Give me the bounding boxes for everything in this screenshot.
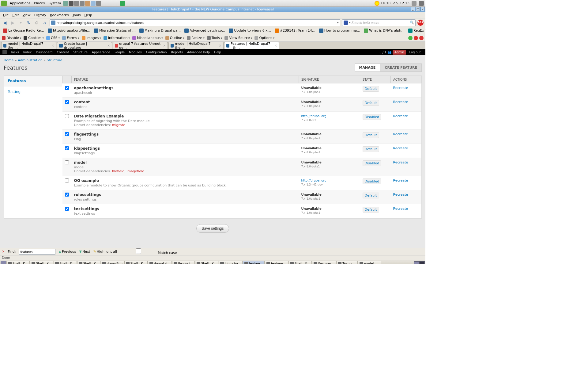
menu-file[interactable]: File [2,13,10,17]
recreate-link[interactable]: Recreate [393,207,408,211]
menu-view[interactable]: View [21,13,32,17]
sidebar-item-testing[interactable]: Testing [4,86,62,97]
webdev-outline[interactable]: Outline▾ [165,36,184,40]
url-bar[interactable]: ▾ [50,19,340,26]
minimize-button[interactable]: _ [411,7,415,11]
forward-button[interactable]: ▶ [10,20,16,26]
tab-manage[interactable]: MANAGE [355,63,380,72]
state-link[interactable]: Default [363,193,379,198]
launcher-icon[interactable] [69,1,74,6]
bookmark-item[interactable]: What is DNA's alph… [363,28,406,33]
users-icon[interactable]: 👥 [388,51,391,54]
recreate-link[interactable]: Recreate [393,178,408,182]
bookmark-item[interactable]: Migration Status of … [93,28,137,33]
launcher-icon[interactable] [96,1,101,6]
feature-checkbox[interactable] [65,160,69,164]
feature-checkbox[interactable] [65,132,69,136]
drupal-menu-dashboard[interactable]: Dashboard [34,51,55,54]
logout-link[interactable]: Log out [407,51,423,54]
taskbar-item[interactable]: Shell - K… [30,261,53,264]
bookmark-item[interactable]: Advanced patch co… [183,28,226,33]
highlight-all-button[interactable]: ✎Highlight all [93,250,117,254]
taskbar-item[interactable]: drupal7db [101,261,124,264]
bookmark-item[interactable]: #239142: Team 14… [273,28,317,33]
dropdown-nav-button[interactable]: ▼ [18,20,24,26]
tab-close-icon[interactable]: × [52,44,54,47]
bookmark-item[interactable]: Making a Drupal pa… [138,28,182,33]
drupal-menu-index[interactable]: Index [21,51,34,54]
breadcrumb-admin[interactable]: Administration [18,58,43,62]
clock[interactable]: Fri 10 Feb, 12:13 [381,1,409,5]
webdev-forms[interactable]: Forms▾ [62,36,79,40]
taskbar-item[interactable]: feature… [243,261,265,264]
url-dropdown-icon[interactable]: ▾ [337,21,339,25]
taskbar-item[interactable]: Shell - K… [54,261,77,264]
webdev-viewsource[interactable]: View Source▾ [224,36,252,40]
close-button[interactable]: × [420,7,425,11]
gnome-menu-system[interactable]: System [47,1,63,5]
drupal-home-icon[interactable] [2,50,7,54]
taskbar-item[interactable]: Teams … [336,261,358,264]
drupal-menu-reports[interactable]: Reports [169,51,185,54]
bookmark-item[interactable]: http://drupal.org/file… [47,28,92,33]
browser-tab[interactable]: Create Issue | drupal.org× [57,42,112,49]
reload-button[interactable]: ↻ [26,20,32,26]
search-engine-dropdown[interactable]: ▾ [349,21,351,24]
taskbar-item[interactable]: Shell - K… [195,261,218,264]
volume-icon[interactable] [412,1,417,6]
taskbar-item[interactable]: features… [265,261,288,264]
breadcrumb-structure[interactable]: Structure [47,58,62,62]
find-input[interactable] [19,249,55,255]
new-tab-button[interactable]: + [280,43,286,49]
url-input[interactable] [57,21,336,25]
state-link[interactable]: Default [363,132,379,138]
drupal-menu-modules[interactable]: Modules [127,51,144,54]
maximize-button[interactable]: □ [416,7,420,11]
menu-help[interactable]: Help [83,13,93,17]
drupal-menu-help[interactable]: Help [212,51,223,54]
taskbar-item[interactable]: People i… [172,261,195,264]
bookmark-item[interactable]: Update to views 6.x… [228,28,272,33]
sidebar-item-features[interactable]: Features [4,76,62,86]
bookmark-item[interactable]: RegEx Tester [407,28,425,33]
feature-checkbox[interactable] [65,114,69,118]
webdev-css[interactable]: CSS▾ [46,36,60,40]
webdev-tools[interactable]: Tools▾ [207,36,222,40]
tab-close-icon[interactable]: × [275,44,277,47]
launcher-icon[interactable] [80,1,85,6]
taskbar-item[interactable]: Features… [312,261,336,264]
state-link[interactable]: Default [363,146,379,152]
stop-button[interactable]: ⊘ [34,20,40,26]
drupal-menu-appearance[interactable]: Appearance [90,51,112,54]
bookmark-item[interactable]: How to programma… [318,28,361,33]
webdev-images[interactable]: Images▾ [82,36,101,40]
webdev-resize[interactable]: Resize▾ [187,36,205,40]
home-button[interactable]: ⌂ [42,20,48,26]
menu-tools[interactable]: Tools [71,13,82,17]
search-engine-icon[interactable] [344,21,348,25]
webdev-information[interactable]: Information▾ [104,36,130,40]
signature-link[interactable]: http://drupal.org [301,114,326,118]
recreate-link[interactable]: Recreate [393,160,408,164]
drupal-menu-tasks[interactable]: Tasks [9,51,21,54]
state-link[interactable]: Disabled [363,178,382,184]
workspace-pager[interactable] [414,261,425,264]
feature-checkbox[interactable] [65,100,69,104]
gnome-menu-applications[interactable]: Applications [8,1,32,5]
tab-create-feature[interactable]: CREATE FEATURE [380,63,422,72]
recreate-link[interactable]: Recreate [393,132,408,136]
browser-tab[interactable]: drupal 7 features Unmet de…× [113,42,168,49]
feature-checkbox[interactable] [65,86,69,90]
back-button[interactable]: ◀ [2,20,8,26]
webdev-miscellaneous[interactable]: Miscellaneous▾ [132,36,163,40]
webdev-disable[interactable]: Disable▾ [2,36,21,40]
recreate-link[interactable]: Recreate [393,86,408,90]
taskbar-item[interactable]: Shell - K… [124,261,148,264]
recreate-link[interactable]: Recreate [393,100,408,104]
search-box[interactable]: ▾ 🔍 [342,19,416,26]
search-icon[interactable]: 🔍 [410,21,414,25]
state-link[interactable]: Default [363,86,379,92]
menu-bookmarks[interactable]: Bookmarks [49,13,70,17]
taskbar-item[interactable]: Shell - K… [77,261,100,264]
state-link[interactable]: Disabled [363,114,382,120]
